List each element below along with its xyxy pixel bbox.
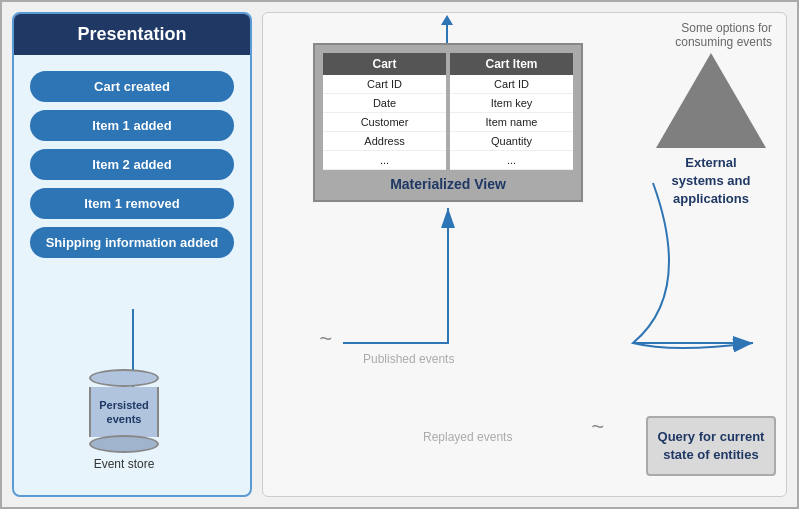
cart-item-row-2: Item key <box>450 94 573 113</box>
cart-row-4: Address <box>323 132 446 151</box>
tilde-left-icon: ~ <box>319 326 332 352</box>
cart-item-table: Cart Item Cart ID Item key Item name Qua… <box>450 53 573 170</box>
presentation-header: Presentation <box>14 14 250 55</box>
cart-table-header: Cart <box>323 53 446 75</box>
replayed-events-label: Replayed events <box>423 430 512 444</box>
event-store-container: Persisted events Event store <box>89 369 159 471</box>
cart-item-row-5: ... <box>450 151 573 170</box>
cart-row-3: Customer <box>323 113 446 132</box>
triangle-icon <box>656 53 766 148</box>
event-badge-1: Cart created <box>30 71 234 102</box>
mv-inner: Cart Cart ID Date Customer Address ... C… <box>323 53 573 170</box>
main-area: Some options forconsuming events Cart Ca… <box>262 12 787 497</box>
cylinder: Persisted events <box>89 369 159 453</box>
cylinder-body: Persisted events <box>89 387 159 437</box>
event-store-label: Event store <box>94 457 155 471</box>
cylinder-bottom <box>89 435 159 453</box>
cart-row-1: Cart ID <box>323 75 446 94</box>
materialized-view-container: Cart Cart ID Date Customer Address ... C… <box>313 43 583 202</box>
external-label: Externalsystems andapplications <box>672 154 751 209</box>
cart-item-row-1: Cart ID <box>450 75 573 94</box>
cart-item-row-4: Quantity <box>450 132 573 151</box>
cart-row-2: Date <box>323 94 446 113</box>
query-box: Query for current state of entities <box>646 416 776 476</box>
published-events-label: Published events <box>363 352 454 366</box>
cart-row-5: ... <box>323 151 446 170</box>
external-systems-container: Externalsystems andapplications <box>656 53 766 209</box>
event-badge-3: Item 2 added <box>30 149 234 180</box>
cart-item-row-3: Item name <box>450 113 573 132</box>
tilde-right-icon: ~ <box>591 414 604 440</box>
options-text: Some options forconsuming events <box>675 21 772 49</box>
mv-title: Materialized View <box>323 176 573 192</box>
main-container: Presentation Cart created Item 1 added I… <box>0 0 799 509</box>
event-badge-2: Item 1 added <box>30 110 234 141</box>
events-list: Cart created Item 1 added Item 2 added I… <box>14 59 250 270</box>
cart-item-table-header: Cart Item <box>450 53 573 75</box>
presentation-panel: Presentation Cart created Item 1 added I… <box>12 12 252 497</box>
event-badge-5: Shipping information added <box>30 227 234 258</box>
cart-table: Cart Cart ID Date Customer Address ... <box>323 53 446 170</box>
cylinder-top <box>89 369 159 387</box>
event-badge-4: Item 1 removed <box>30 188 234 219</box>
